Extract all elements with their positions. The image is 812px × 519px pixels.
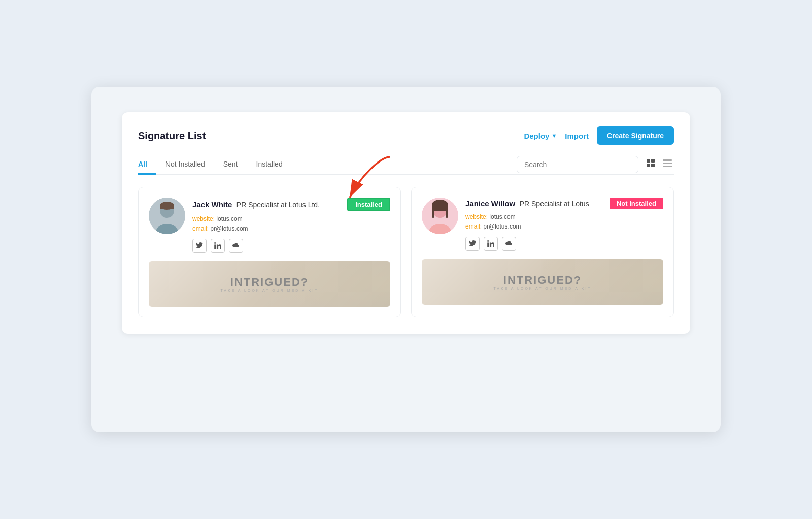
search-wrapper [517, 156, 638, 173]
social-icons-2 [465, 237, 663, 251]
sig-info-1: Jack White PR Specialist at Lotus Ltd. I… [192, 198, 390, 253]
avatar-jack [149, 198, 185, 234]
chevron-down-icon: ▼ [551, 133, 557, 139]
svg-rect-5 [663, 163, 672, 164]
svg-rect-18 [432, 208, 434, 218]
card-top-2: Janice Willow PR Specialist at Lotus Not… [422, 198, 663, 251]
sig-website-2: website: lotus.com [465, 212, 663, 222]
sig-name-1: Jack White [192, 200, 232, 209]
grid-icon [647, 159, 656, 168]
sig-contact-1: website: lotus.com email: pr@lotus.com [192, 214, 390, 234]
search-and-view [517, 156, 674, 173]
sig-name-2: Janice Willow [465, 199, 515, 208]
status-badge-2: Not Installed [610, 198, 663, 209]
search-input[interactable] [517, 156, 638, 173]
svg-rect-4 [663, 159, 672, 161]
tab-sent[interactable]: Sent [214, 155, 247, 175]
import-button[interactable]: Import [565, 132, 589, 140]
list-view-button[interactable] [661, 157, 674, 173]
linkedin-icon-1[interactable] [211, 239, 225, 253]
signature-card-1: Jack White PR Specialist at Lotus Ltd. I… [138, 187, 401, 317]
social-icons-1 [192, 239, 390, 253]
female-avatar-icon [422, 198, 458, 234]
outer-container: Signature List Deploy ▼ Import Create Si… [91, 87, 721, 432]
svg-rect-0 [647, 159, 650, 163]
svg-rect-6 [663, 166, 672, 167]
linkedin-icon-2[interactable] [484, 237, 498, 251]
tab-installed[interactable]: Installed [247, 155, 292, 175]
sig-name-row-1: Jack White PR Specialist at Lotus Ltd. I… [192, 198, 390, 211]
sig-banner-1: INTRIGUED? TAKE A LOOK AT OUR MEDIA KIT [149, 261, 390, 307]
sig-contact-2: website: lotus.com email: pr@lotus.com [465, 212, 663, 232]
twitter-icon-2[interactable] [465, 237, 480, 251]
panel-header: Signature List Deploy ▼ Import Create Si… [138, 126, 674, 145]
sig-banner-2: INTRIGUED? TAKE A LOOK AT OUR MEDIA KIT [422, 259, 663, 305]
list-icon [663, 159, 672, 168]
banner-sub-text-2: TAKE A LOOK AT OUR MEDIA KIT [494, 287, 592, 290]
svg-rect-19 [446, 208, 448, 218]
svg-rect-12 [160, 206, 174, 209]
tab-not-installed[interactable]: Not Installed [156, 155, 214, 175]
male-avatar-icon [149, 198, 185, 234]
sig-name-row-2: Janice Willow PR Specialist at Lotus Not… [465, 198, 663, 209]
header-actions: Deploy ▼ Import Create Signature [524, 126, 674, 145]
sig-name-title-1: Jack White PR Specialist at Lotus Ltd. [192, 200, 320, 209]
sig-info-2: Janice Willow PR Specialist at Lotus Not… [465, 198, 663, 251]
svg-rect-1 [651, 159, 655, 163]
sig-website-1: website: lotus.com [192, 214, 390, 224]
signature-card-2: Janice Willow PR Specialist at Lotus Not… [411, 187, 674, 317]
cloud-icon-1[interactable] [229, 239, 243, 253]
svg-rect-3 [651, 164, 655, 167]
cloud-icon-2[interactable] [502, 237, 516, 251]
deploy-button[interactable]: Deploy ▼ [524, 132, 557, 140]
grid-view-button[interactable] [645, 157, 658, 173]
avatar-janice [422, 198, 458, 234]
tab-all[interactable]: All [138, 155, 156, 175]
status-badge-1: Installed [347, 198, 390, 211]
create-signature-button[interactable]: Create Signature [597, 126, 674, 145]
sig-name-title-2: Janice Willow PR Specialist at Lotus [465, 199, 589, 208]
page-title: Signature List [138, 130, 206, 142]
tabs-row: All Not Installed Sent Installed [138, 155, 674, 175]
main-panel: Signature List Deploy ▼ Import Create Si… [122, 112, 690, 334]
banner-sub-text-1: TAKE A LOOK AT OUR MEDIA KIT [221, 289, 319, 293]
cards-grid: Jack White PR Specialist at Lotus Ltd. I… [138, 187, 674, 317]
view-toggle [645, 157, 674, 173]
card-top-1: Jack White PR Specialist at Lotus Ltd. I… [149, 198, 390, 253]
sig-title-1: PR Specialist at Lotus Ltd. [236, 201, 320, 209]
svg-rect-2 [647, 164, 650, 167]
sig-email-2: email: pr@lotus.com [465, 222, 663, 232]
sig-title-2: PR Specialist at Lotus [520, 200, 589, 208]
banner-main-text-2: INTRIGUED? [494, 274, 592, 287]
tabs-container: All Not Installed Sent Installed [138, 155, 292, 174]
sig-email-1: email: pr@lotus.com [192, 224, 390, 234]
twitter-icon-1[interactable] [192, 239, 207, 253]
banner-main-text-1: INTRIGUED? [221, 276, 319, 289]
